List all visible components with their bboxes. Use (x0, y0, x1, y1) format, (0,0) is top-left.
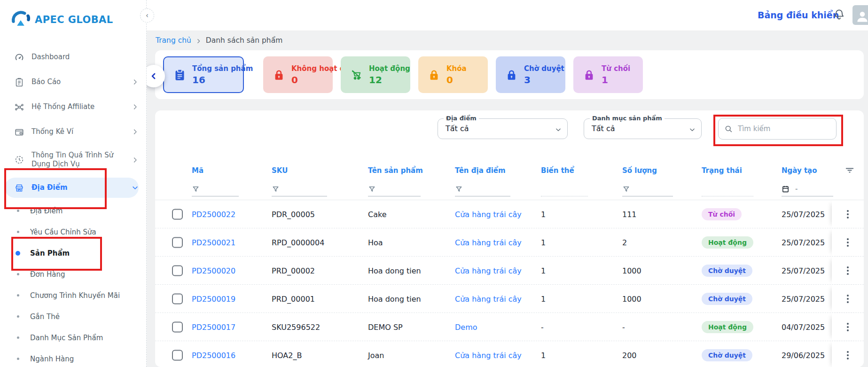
kebab-menu-icon[interactable] (845, 349, 851, 361)
sidebar-subitem[interactable]: Ngành Hàng (0, 348, 146, 367)
kebab-menu-icon[interactable] (845, 236, 851, 249)
dashboard-link[interactable]: Bảng điều khiển (758, 10, 839, 20)
column-filter-input[interactable] (368, 182, 421, 196)
column-header: Tên sản phẩm (368, 166, 421, 200)
column-filter-input[interactable] (622, 182, 673, 196)
product-sku: PDR_00005 (272, 210, 315, 219)
clipboard-icon (173, 69, 186, 81)
sidebar-item[interactable]: Dashboard (0, 45, 146, 70)
row-checkbox[interactable] (172, 209, 183, 219)
products-panel: Địa điểm Tất cả Danh mục sản phẩm Tất cả… (155, 110, 864, 367)
stat-card[interactable]: Không hoạt động 0 (263, 56, 333, 93)
sidebar-subitem[interactable]: Đơn Hàng (0, 264, 146, 285)
location-link[interactable]: Demo (455, 322, 477, 331)
stat-card[interactable]: Hoạt động 12 (341, 56, 410, 93)
stat-label: Khóa (446, 64, 467, 73)
quantity: 1000 (622, 266, 641, 275)
column-date-filter[interactable]: - (782, 182, 833, 196)
column-header: Trạng thái (702, 166, 753, 200)
sidebar-collapse-button[interactable]: ‹ (140, 8, 154, 23)
quantity: - (622, 322, 625, 331)
product-code-link[interactable]: PD2500019 (192, 294, 235, 303)
product-code-link[interactable]: PD2500017 (192, 322, 235, 331)
sidebar-menu: Dashboard Báo Cáo Hệ Thống Affiliate Thố… (0, 45, 146, 200)
product-code-link[interactable]: PD2500020 (192, 266, 235, 275)
stat-label: Tổng sản phẩm (192, 64, 253, 73)
location-link[interactable]: Cửa hàng trái cây (455, 294, 522, 303)
stat-card[interactable]: Khóa 0 (418, 56, 488, 93)
row-actions (832, 228, 864, 256)
stat-label: Hoạt động (369, 64, 410, 73)
row-checkbox[interactable] (172, 237, 183, 248)
sidebar-subitem[interactable]: Yêu Cầu Chỉnh Sửa (0, 221, 146, 242)
product-name: Joan (368, 351, 384, 359)
sidebar-item-label: Thông Tin Quá Trình Sử Dụng Dịch Vụ (31, 151, 120, 169)
sidebar-subitem-label: Sản Phẩm (30, 249, 70, 258)
chevron-down-icon (555, 126, 562, 133)
chevron-right-icon (195, 38, 202, 44)
quantity: 111 (622, 210, 637, 219)
affiliate-icon (14, 102, 24, 112)
sidebar-subitem[interactable]: Chương Trình Khuyến Mãi (0, 285, 146, 306)
column-header: Biến thể (541, 166, 588, 200)
product-name: Hoa dong tien (368, 266, 421, 275)
stat-card[interactable]: Chờ duyệt 3 (496, 56, 565, 93)
row-checkbox[interactable] (172, 321, 183, 332)
sidebar-item[interactable]: Thông Tin Quá Trình Sử Dụng Dịch Vụ (0, 144, 146, 175)
sidebar-subitem-label: Yêu Cầu Chỉnh Sửa (30, 228, 96, 236)
table-row: PD2500020 PRD_00002 Hoa dong tien Cửa hà… (155, 257, 864, 285)
sidebar-subitem[interactable]: Danh Mục Sản Phẩm (0, 327, 146, 348)
row-actions (832, 285, 864, 312)
column-filter-input[interactable] (272, 182, 327, 196)
chevron-right-icon (132, 128, 139, 135)
variant-count: 1 (541, 351, 546, 359)
stat-card[interactable]: Từ chối 1 (573, 56, 643, 93)
search-input[interactable] (737, 124, 830, 133)
location-link[interactable]: Cửa hàng trái cây (455, 266, 522, 275)
product-code-link[interactable]: PD2500016 (192, 351, 235, 359)
sidebar-subitem[interactable]: Địa Điểm (0, 200, 146, 221)
column-header-label: SKU (272, 166, 288, 175)
product-sku: PRD_00001 (272, 294, 315, 303)
sidebar-item[interactable]: Hệ Thống Affiliate (0, 94, 146, 119)
kebab-menu-icon[interactable] (845, 265, 851, 277)
bell-icon[interactable] (833, 8, 845, 22)
row-checkbox[interactable] (172, 350, 183, 360)
row-checkbox[interactable] (172, 265, 183, 276)
table-row: PD2500022 PDR_00005 Cake Cửa hàng trái c… (155, 200, 864, 228)
filter-list-icon[interactable] (844, 165, 855, 175)
category-filter-select[interactable]: Danh mục sản phẩm Tất cả (584, 118, 702, 139)
column-header-label: Tên địa điểm (455, 166, 506, 175)
product-code-link[interactable]: PD2500022 (192, 210, 235, 219)
sidebar-subitem-label: Đơn Hàng (30, 270, 65, 279)
kebab-menu-icon[interactable] (845, 321, 851, 333)
bullet-dot-icon (17, 315, 19, 318)
product-sku: RPD_0000004 (272, 238, 324, 247)
column-filter-input[interactable] (192, 182, 239, 196)
breadcrumb-home-link[interactable]: Trang chủ (156, 36, 191, 45)
row-actions (832, 341, 864, 367)
clock-icon (14, 155, 24, 165)
location-filter-select[interactable]: Địa điểm Tất cả (438, 118, 568, 139)
row-checkbox[interactable] (172, 293, 183, 304)
status-badge: Chờ duyệt (702, 265, 752, 277)
stat-card[interactable]: Tổng sản phẩm 16 (163, 56, 244, 93)
location-link[interactable]: Cửa hàng trái cây (455, 238, 522, 247)
kebab-menu-icon[interactable] (845, 208, 851, 220)
sidebar-subitem[interactable]: Sản Phẩm (0, 242, 146, 264)
sidebar-subitem[interactable]: Gắn Thẻ (0, 306, 146, 327)
created-date: 29/06/2025 (782, 351, 825, 359)
kebab-menu-icon[interactable] (845, 293, 851, 305)
stat-value: 1 (602, 74, 630, 86)
sidebar-item[interactable]: Báo Cáo (0, 70, 146, 94)
sidebar-item[interactable]: Thống Kê Ví (0, 119, 146, 144)
product-code-link[interactable]: PD2500021 (192, 238, 235, 247)
location-link[interactable]: Cửa hàng trái cây (455, 351, 522, 359)
avatar[interactable] (852, 5, 868, 25)
column-filter-input[interactable] (455, 182, 510, 196)
location-link[interactable]: Cửa hàng trái cây (455, 210, 522, 219)
sidebar-item[interactable]: Địa Điểm (0, 175, 146, 200)
column-header: Mã (192, 166, 239, 200)
breadcrumb: Trang chủ Danh sách sản phẩm (156, 36, 282, 45)
stat-value: 16 (192, 74, 253, 86)
